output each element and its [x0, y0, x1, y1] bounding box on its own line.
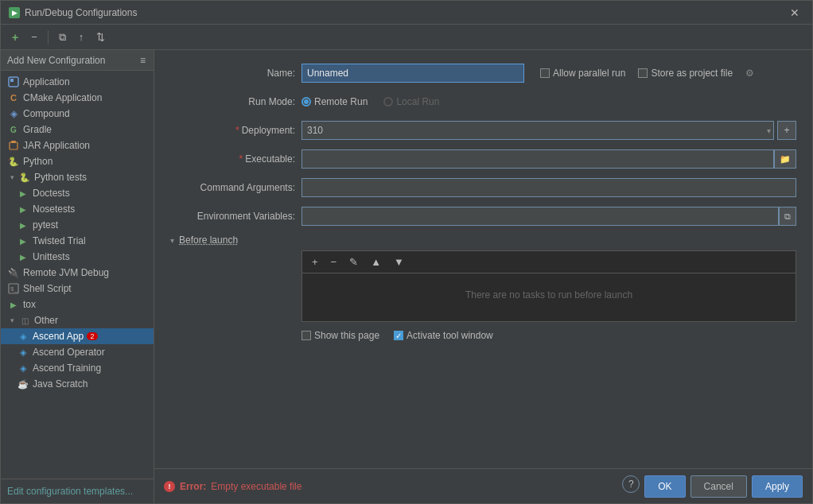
tree-item-tox[interactable]: ▶ tox — [1, 297, 154, 312]
local-run-radio[interactable]: Local Run — [383, 96, 439, 107]
before-launch-edit-button[interactable]: ✎ — [344, 254, 363, 270]
config-menu-button[interactable]: ≡ — [138, 55, 147, 66]
compound-icon: ◈ — [7, 107, 20, 120]
env-vars-edit-button[interactable]: ⧉ — [779, 207, 796, 226]
ok-button[interactable]: OK — [644, 475, 685, 498]
remote-run-circle — [301, 97, 311, 107]
run-mode-label: Run Mode: — [170, 96, 301, 107]
deployment-label: Deployment: — [170, 125, 301, 136]
show-page-checkbox[interactable]: Show this page — [301, 330, 379, 341]
tree-item-ascend-app[interactable]: ◈ Ascend App 2 — [1, 328, 154, 344]
before-launch-down-button[interactable]: ▼ — [389, 254, 409, 270]
before-launch-add-button[interactable]: + — [307, 254, 323, 270]
store-as-file-checkbox[interactable]: Store as project file — [638, 68, 733, 79]
tree-item-remote-jvm[interactable]: 🔌 Remote JVM Debug — [1, 265, 154, 281]
tree-item-ascend-operator[interactable]: ◈ Ascend Operator — [1, 344, 154, 360]
bottom-checkboxes-row: Show this page ✓ Activate tool window — [301, 330, 796, 341]
tree-item-label: Twisted Trial — [33, 235, 86, 246]
toolbar-separator — [48, 30, 49, 45]
close-button[interactable]: ✕ — [785, 5, 804, 21]
java-scratch-icon: ☕ — [17, 378, 29, 390]
before-launch-up-button[interactable]: ▲ — [366, 254, 386, 270]
left-panel-footer: Edit configuration templates... — [1, 479, 154, 503]
apply-button[interactable]: Apply — [752, 475, 803, 498]
tree-item-label: tox — [23, 299, 36, 310]
tree-item-pytest[interactable]: ▶ pytest — [1, 217, 154, 233]
edit-templates-link[interactable]: Edit configuration templates... — [7, 486, 133, 497]
tree-item-label: JAR Application — [23, 140, 90, 151]
pytest-icon: ▶ — [17, 219, 29, 231]
sort-button[interactable]: ⇅ — [91, 29, 110, 45]
remote-run-radio[interactable]: Remote Run — [301, 96, 368, 107]
command-args-input[interactable] — [301, 178, 796, 197]
deployment-row: Deployment: 310 ▾ + — [170, 120, 796, 141]
move-up-button[interactable]: ↑ — [74, 29, 89, 45]
tree-item-label: Other — [34, 315, 58, 326]
tree-item-unittests[interactable]: ▶ Unittests — [1, 249, 154, 265]
local-run-label: Local Run — [396, 96, 439, 107]
name-label: Name: — [170, 68, 301, 79]
tree-item-ascend-training[interactable]: ◈ Ascend Training — [1, 360, 154, 376]
activate-tool-checkbox[interactable]: ✓ Activate tool window — [394, 330, 493, 341]
tree-item-label: Doctests — [33, 188, 70, 199]
env-vars-icon: ⧉ — [784, 211, 791, 222]
cancel-button[interactable]: Cancel — [690, 475, 747, 498]
tree-item-label: Ascend App — [33, 331, 84, 342]
tree-item-cmake[interactable]: C CMake Application — [1, 90, 154, 106]
before-launch-chevron[interactable]: ▾ — [170, 236, 174, 245]
tree-item-label: Application — [23, 76, 70, 87]
help-button[interactable]: ? — [622, 475, 640, 493]
tree-item-compound[interactable]: ◈ Compound — [1, 106, 154, 122]
tree-item-java-scratch[interactable]: ☕ Java Scratch — [1, 376, 154, 392]
dialog-icon: ▶ — [9, 7, 20, 18]
shell-script-icon: $_ — [7, 282, 20, 295]
tree-item-doctests[interactable]: ▶ Doctests — [1, 185, 154, 201]
name-input[interactable] — [301, 64, 524, 83]
left-panel-header: Add New Configuration ≡ — [1, 50, 154, 71]
tree-item-gradle[interactable]: G Gradle — [1, 122, 154, 138]
python-tests-icon: 🐍 — [18, 171, 31, 184]
error-label: Error: — [180, 481, 206, 492]
tree-item-label: Python tests — [34, 172, 87, 183]
right-panel: Name: Allow parallel run Store as projec… — [154, 50, 812, 503]
folder-icon: 📁 — [780, 154, 791, 165]
allow-parallel-check — [540, 68, 550, 78]
before-launch-title: Before launch — [179, 235, 238, 246]
tree-item-label: Gradle — [23, 124, 52, 135]
tree-item-python[interactable]: 🐍 Python — [1, 153, 154, 169]
nosetests-icon: ▶ — [17, 203, 29, 215]
deployment-select[interactable]: 310 — [301, 121, 774, 140]
deployment-add-button[interactable]: + — [777, 121, 796, 140]
tree-item-twisted-trial[interactable]: ▶ Twisted Trial — [1, 233, 154, 249]
remove-config-button[interactable]: − — [26, 29, 42, 45]
before-launch-remove-button[interactable]: − — [326, 254, 342, 270]
tree-item-application[interactable]: Application — [1, 74, 154, 90]
left-panel: Add New Configuration ≡ Application C CM… — [1, 50, 154, 503]
before-launch-toolbar: + − ✎ ▲ ▼ — [302, 251, 795, 273]
svg-rect-3 — [11, 141, 16, 143]
error-icon: ! — [164, 481, 175, 492]
command-args-row: Command Arguments: — [170, 177, 796, 198]
tree-item-label: pytest — [33, 219, 58, 231]
tree-item-other[interactable]: ▾ ◫ Other — [1, 312, 154, 328]
allow-parallel-checkbox[interactable]: Allow parallel run — [540, 68, 625, 79]
python-tests-chevron: ▾ — [7, 173, 17, 182]
tree-item-jar[interactable]: JAR Application — [1, 138, 154, 153]
unittests-icon: ▶ — [17, 250, 29, 263]
tree-item-shell-script[interactable]: $_ Shell Script — [1, 281, 154, 297]
tree-item-label: Nosetests — [33, 204, 75, 215]
tree-item-nosetests[interactable]: ▶ Nosetests — [1, 201, 154, 217]
tree-item-label: Ascend Operator — [33, 347, 105, 358]
copy-config-button[interactable]: ⧉ — [54, 29, 71, 46]
store-gear-icon: ⚙ — [745, 68, 754, 79]
executable-browse-button[interactable]: 📁 — [774, 149, 796, 169]
executable-input[interactable] — [301, 149, 774, 169]
remote-run-label: Remote Run — [314, 96, 368, 107]
tree-item-python-tests[interactable]: ▾ 🐍 Python tests — [1, 169, 154, 185]
svg-text:$_: $_ — [10, 285, 18, 293]
add-config-button[interactable]: + — [7, 29, 23, 46]
run-mode-row: Run Mode: Remote Run Local Run — [170, 91, 796, 112]
before-launch-empty: There are no tasks to run before launch — [302, 273, 795, 316]
env-vars-input[interactable] — [301, 207, 779, 226]
doctests-icon: ▶ — [17, 187, 29, 200]
